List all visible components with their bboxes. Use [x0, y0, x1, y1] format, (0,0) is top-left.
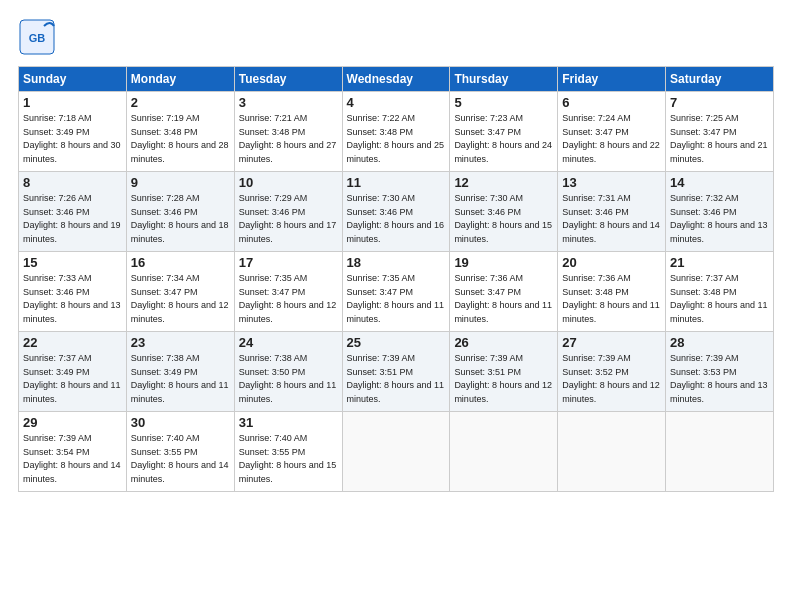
cell-info: Sunrise: 7:28 AMSunset: 3:46 PMDaylight:…	[131, 193, 229, 244]
calendar-cell: 19 Sunrise: 7:36 AMSunset: 3:47 PMDaylig…	[450, 252, 558, 332]
calendar-cell	[342, 412, 450, 492]
calendar-header-row: SundayMondayTuesdayWednesdayThursdayFrid…	[19, 67, 774, 92]
cell-day-number: 6	[562, 95, 661, 110]
cell-day-number: 9	[131, 175, 230, 190]
cell-info: Sunrise: 7:18 AMSunset: 3:49 PMDaylight:…	[23, 113, 121, 164]
cell-info: Sunrise: 7:39 AMSunset: 3:52 PMDaylight:…	[562, 353, 660, 404]
cell-info: Sunrise: 7:33 AMSunset: 3:46 PMDaylight:…	[23, 273, 121, 324]
cell-day-number: 24	[239, 335, 338, 350]
calendar-cell: 17 Sunrise: 7:35 AMSunset: 3:47 PMDaylig…	[234, 252, 342, 332]
cell-info: Sunrise: 7:29 AMSunset: 3:46 PMDaylight:…	[239, 193, 337, 244]
cell-info: Sunrise: 7:39 AMSunset: 3:53 PMDaylight:…	[670, 353, 768, 404]
weekday-header: Wednesday	[342, 67, 450, 92]
cell-info: Sunrise: 7:38 AMSunset: 3:50 PMDaylight:…	[239, 353, 337, 404]
cell-info: Sunrise: 7:19 AMSunset: 3:48 PMDaylight:…	[131, 113, 229, 164]
cell-day-number: 10	[239, 175, 338, 190]
cell-day-number: 16	[131, 255, 230, 270]
cell-info: Sunrise: 7:36 AMSunset: 3:48 PMDaylight:…	[562, 273, 660, 324]
calendar-cell: 30 Sunrise: 7:40 AMSunset: 3:55 PMDaylig…	[126, 412, 234, 492]
weekday-header: Monday	[126, 67, 234, 92]
calendar-cell: 13 Sunrise: 7:31 AMSunset: 3:46 PMDaylig…	[558, 172, 666, 252]
cell-info: Sunrise: 7:31 AMSunset: 3:46 PMDaylight:…	[562, 193, 660, 244]
calendar-cell	[666, 412, 774, 492]
cell-day-number: 17	[239, 255, 338, 270]
cell-info: Sunrise: 7:30 AMSunset: 3:46 PMDaylight:…	[454, 193, 552, 244]
cell-day-number: 31	[239, 415, 338, 430]
calendar-week-row: 22 Sunrise: 7:37 AMSunset: 3:49 PMDaylig…	[19, 332, 774, 412]
calendar-cell: 1 Sunrise: 7:18 AMSunset: 3:49 PMDayligh…	[19, 92, 127, 172]
calendar-week-row: 1 Sunrise: 7:18 AMSunset: 3:49 PMDayligh…	[19, 92, 774, 172]
calendar-cell: 31 Sunrise: 7:40 AMSunset: 3:55 PMDaylig…	[234, 412, 342, 492]
cell-info: Sunrise: 7:40 AMSunset: 3:55 PMDaylight:…	[131, 433, 229, 484]
cell-info: Sunrise: 7:23 AMSunset: 3:47 PMDaylight:…	[454, 113, 552, 164]
calendar-cell: 25 Sunrise: 7:39 AMSunset: 3:51 PMDaylig…	[342, 332, 450, 412]
calendar-week-row: 29 Sunrise: 7:39 AMSunset: 3:54 PMDaylig…	[19, 412, 774, 492]
calendar-cell: 20 Sunrise: 7:36 AMSunset: 3:48 PMDaylig…	[558, 252, 666, 332]
cell-day-number: 5	[454, 95, 553, 110]
calendar-cell: 28 Sunrise: 7:39 AMSunset: 3:53 PMDaylig…	[666, 332, 774, 412]
logo-icon: GB	[18, 18, 56, 56]
weekday-header: Thursday	[450, 67, 558, 92]
calendar-cell: 10 Sunrise: 7:29 AMSunset: 3:46 PMDaylig…	[234, 172, 342, 252]
cell-day-number: 29	[23, 415, 122, 430]
calendar-cell: 6 Sunrise: 7:24 AMSunset: 3:47 PMDayligh…	[558, 92, 666, 172]
cell-day-number: 25	[347, 335, 446, 350]
cell-info: Sunrise: 7:36 AMSunset: 3:47 PMDaylight:…	[454, 273, 552, 324]
calendar-cell: 27 Sunrise: 7:39 AMSunset: 3:52 PMDaylig…	[558, 332, 666, 412]
cell-info: Sunrise: 7:32 AMSunset: 3:46 PMDaylight:…	[670, 193, 768, 244]
logo: GB	[18, 18, 60, 56]
cell-info: Sunrise: 7:24 AMSunset: 3:47 PMDaylight:…	[562, 113, 660, 164]
weekday-header: Sunday	[19, 67, 127, 92]
cell-day-number: 8	[23, 175, 122, 190]
cell-day-number: 27	[562, 335, 661, 350]
calendar-cell: 23 Sunrise: 7:38 AMSunset: 3:49 PMDaylig…	[126, 332, 234, 412]
cell-info: Sunrise: 7:26 AMSunset: 3:46 PMDaylight:…	[23, 193, 121, 244]
cell-info: Sunrise: 7:39 AMSunset: 3:51 PMDaylight:…	[454, 353, 552, 404]
cell-day-number: 3	[239, 95, 338, 110]
calendar-cell: 4 Sunrise: 7:22 AMSunset: 3:48 PMDayligh…	[342, 92, 450, 172]
cell-day-number: 11	[347, 175, 446, 190]
cell-info: Sunrise: 7:39 AMSunset: 3:51 PMDaylight:…	[347, 353, 445, 404]
cell-day-number: 28	[670, 335, 769, 350]
calendar-cell: 22 Sunrise: 7:37 AMSunset: 3:49 PMDaylig…	[19, 332, 127, 412]
calendar-cell: 14 Sunrise: 7:32 AMSunset: 3:46 PMDaylig…	[666, 172, 774, 252]
calendar-week-row: 8 Sunrise: 7:26 AMSunset: 3:46 PMDayligh…	[19, 172, 774, 252]
cell-info: Sunrise: 7:30 AMSunset: 3:46 PMDaylight:…	[347, 193, 445, 244]
calendar-cell: 12 Sunrise: 7:30 AMSunset: 3:46 PMDaylig…	[450, 172, 558, 252]
calendar-cell: 16 Sunrise: 7:34 AMSunset: 3:47 PMDaylig…	[126, 252, 234, 332]
cell-info: Sunrise: 7:37 AMSunset: 3:49 PMDaylight:…	[23, 353, 121, 404]
calendar-cell: 26 Sunrise: 7:39 AMSunset: 3:51 PMDaylig…	[450, 332, 558, 412]
weekday-header: Saturday	[666, 67, 774, 92]
cell-day-number: 26	[454, 335, 553, 350]
cell-day-number: 4	[347, 95, 446, 110]
calendar-week-row: 15 Sunrise: 7:33 AMSunset: 3:46 PMDaylig…	[19, 252, 774, 332]
cell-info: Sunrise: 7:40 AMSunset: 3:55 PMDaylight:…	[239, 433, 337, 484]
weekday-header: Friday	[558, 67, 666, 92]
cell-day-number: 22	[23, 335, 122, 350]
cell-day-number: 1	[23, 95, 122, 110]
calendar-cell: 7 Sunrise: 7:25 AMSunset: 3:47 PMDayligh…	[666, 92, 774, 172]
cell-info: Sunrise: 7:35 AMSunset: 3:47 PMDaylight:…	[239, 273, 337, 324]
cell-day-number: 18	[347, 255, 446, 270]
calendar-cell: 18 Sunrise: 7:35 AMSunset: 3:47 PMDaylig…	[342, 252, 450, 332]
cell-day-number: 30	[131, 415, 230, 430]
calendar-cell: 5 Sunrise: 7:23 AMSunset: 3:47 PMDayligh…	[450, 92, 558, 172]
page: GB SundayMondayTuesdayWednesdayThursdayF…	[0, 0, 792, 612]
cell-info: Sunrise: 7:35 AMSunset: 3:47 PMDaylight:…	[347, 273, 445, 324]
cell-day-number: 14	[670, 175, 769, 190]
cell-day-number: 19	[454, 255, 553, 270]
calendar-cell: 8 Sunrise: 7:26 AMSunset: 3:46 PMDayligh…	[19, 172, 127, 252]
cell-day-number: 15	[23, 255, 122, 270]
svg-text:GB: GB	[29, 32, 46, 44]
cell-info: Sunrise: 7:22 AMSunset: 3:48 PMDaylight:…	[347, 113, 445, 164]
calendar-cell: 21 Sunrise: 7:37 AMSunset: 3:48 PMDaylig…	[666, 252, 774, 332]
cell-info: Sunrise: 7:38 AMSunset: 3:49 PMDaylight:…	[131, 353, 229, 404]
cell-info: Sunrise: 7:21 AMSunset: 3:48 PMDaylight:…	[239, 113, 337, 164]
cell-day-number: 13	[562, 175, 661, 190]
cell-day-number: 21	[670, 255, 769, 270]
calendar-cell: 29 Sunrise: 7:39 AMSunset: 3:54 PMDaylig…	[19, 412, 127, 492]
cell-day-number: 20	[562, 255, 661, 270]
weekday-header: Tuesday	[234, 67, 342, 92]
calendar-cell: 24 Sunrise: 7:38 AMSunset: 3:50 PMDaylig…	[234, 332, 342, 412]
cell-info: Sunrise: 7:25 AMSunset: 3:47 PMDaylight:…	[670, 113, 768, 164]
